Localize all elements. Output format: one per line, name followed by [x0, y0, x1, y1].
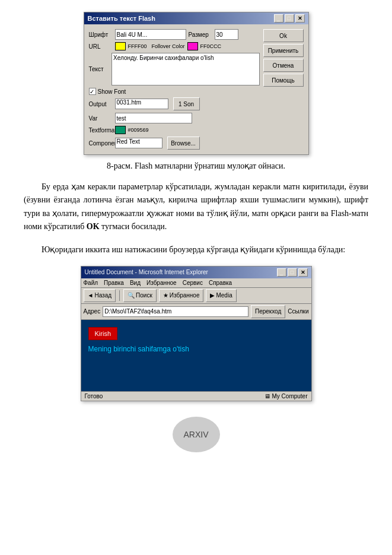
browse-button[interactable]: Browse...: [167, 137, 200, 150]
url-label: URL: [89, 43, 113, 50]
size-select[interactable]: 30: [215, 29, 238, 40]
component-label: Component: [89, 140, 113, 147]
menu-view[interactable]: Вид: [130, 280, 141, 286]
browser-minimize-button[interactable]: _: [277, 268, 286, 277]
text-textarea[interactable]: Хелонду. Биринчи сахифалари о'lish: [111, 53, 259, 85]
flash-dialog-screenshot: Вставить текст Flash _ □ ✕ Шрифт Bali 4U…: [84, 12, 309, 155]
paragraph-1: Бу ерда ҳам керакли параметрлар кўрсатил…: [24, 180, 368, 234]
search-icon: 🔍: [128, 292, 135, 299]
font-row: Шрифт Bali 4U M... Размер 30: [89, 29, 260, 40]
var-select[interactable]: test: [115, 113, 192, 123]
dialog-title: Вставить текст Flash: [88, 15, 155, 22]
output-row: Output 0031.htm 1 Son: [89, 97, 260, 110]
show-font-label: Show Font: [98, 88, 126, 95]
arxiv-logo-text: ARXIV: [183, 430, 208, 439]
browser-title: Untitled Document - Microsoft Internet E…: [85, 269, 208, 275]
var-label: Var: [89, 115, 113, 122]
browser-controls: _ □ ✕: [277, 268, 308, 277]
browser-link[interactable]: Mening birinchi sahifamga o'tish: [88, 345, 304, 353]
browser-maximize-button[interactable]: □: [288, 268, 297, 277]
browser-screenshot: Untitled Document - Microsoft Internet E…: [81, 266, 312, 401]
follower-color-value: FF0CCC: [200, 43, 222, 49]
address-input[interactable]: D:\Mso\ITAF2\faq4sa.htm: [103, 306, 248, 317]
figure-caption: 8-расм. Flash матнларни ўрнатиш мулоқат …: [107, 161, 285, 171]
follower-label: Follover Color: [152, 43, 185, 49]
text-row: Текст Хелонду. Биринчи сахифалари о'lish: [89, 53, 260, 85]
show-font-row: ✓ Show Font: [89, 88, 260, 95]
browser-menubar: Файл Правка Вид Избранное Сервис Справка: [81, 278, 311, 288]
close-button[interactable]: ✕: [295, 14, 305, 23]
arxiv-logo: ARXIV: [173, 417, 220, 452]
dialog-titlebar: Вставить текст Flash _ □ ✕: [84, 12, 308, 24]
component-row: Component Red Text Browse...: [89, 137, 260, 150]
media-icon: ▶: [210, 292, 215, 299]
textformat-color-box[interactable]: [115, 126, 126, 134]
browser-close-button[interactable]: ✕: [298, 268, 308, 277]
menu-file[interactable]: Файл: [84, 280, 98, 286]
arxiv-logo-area: ARXIV: [173, 417, 220, 452]
links-label: Ссылки: [288, 308, 308, 315]
browser-address-bar: Адрес D:\Mso\ITAF2\faq4sa.htm Перекход С…: [81, 304, 311, 320]
address-value: D:\Mso\ITAF2\faq4sa.htm: [104, 308, 171, 315]
paragraph-2: Юқоридаги иккита иш натижасини броузерда…: [24, 243, 368, 256]
page-content: Вставить текст Flash _ □ ✕ Шрифт Bali 4U…: [24, 12, 368, 452]
apply-button[interactable]: Применить: [263, 44, 304, 57]
textformat-row: Textformat #009569: [89, 126, 260, 134]
menu-favorites[interactable]: Избранное: [146, 280, 177, 286]
toolbar-divider: [119, 290, 120, 301]
menu-edit[interactable]: Правка: [104, 280, 124, 286]
flash-btn-label: Kirish: [95, 330, 111, 337]
back-label: Назад: [94, 292, 111, 299]
maximize-button[interactable]: □: [285, 14, 294, 23]
dialog-controls: _ □ ✕: [274, 14, 305, 23]
browser-toolbar: ◄ Назад 🔍 Поиск ★ Избранное ▶ Media: [81, 288, 311, 304]
dialog-sidebar: Ok Применить Отмена Помощь: [263, 29, 304, 150]
follower-color-box[interactable]: [187, 42, 198, 50]
media-button[interactable]: ▶ Media: [206, 289, 236, 302]
status-left: Готово: [85, 393, 103, 399]
go-label: Перекход: [255, 308, 281, 315]
url-row: URL FFFF00 Follover Color FF0CCC: [89, 42, 260, 50]
ok-bold: OK: [87, 222, 100, 231]
browser-titlebar: Untitled Document - Microsoft Internet E…: [81, 267, 311, 278]
menu-tools[interactable]: Сервис: [183, 280, 203, 286]
status-right: 🖥 My Computer: [264, 393, 308, 399]
star-icon: ★: [163, 292, 168, 299]
media-label: Media: [216, 292, 232, 299]
address-label: Адрес: [84, 308, 101, 315]
output-label: Output: [89, 101, 113, 107]
link-text: Mening birinchi sahifamga o'tish: [88, 345, 189, 353]
show-font-checkbox[interactable]: ✓: [89, 88, 96, 95]
font-select[interactable]: Bali 4U M...: [115, 29, 186, 40]
go-button[interactable]: Перекход: [251, 305, 285, 318]
minimize-button[interactable]: _: [274, 14, 283, 23]
browser-statusbar: Готово 🖥 My Computer: [81, 391, 311, 401]
flash-kirish-button[interactable]: Kirish: [88, 327, 118, 340]
computer-icon: 🖥: [264, 393, 270, 399]
menu-help[interactable]: Справка: [209, 280, 232, 286]
help-button[interactable]: Помощь: [263, 74, 304, 87]
favorites-button[interactable]: ★ Избранное: [159, 289, 204, 302]
search-button[interactable]: 🔍 Поиск: [123, 289, 157, 302]
font-label: Шрифт: [89, 31, 113, 38]
cancel-button[interactable]: Отмена: [263, 59, 304, 72]
textformat-color-value: #009569: [128, 127, 149, 133]
ok-button[interactable]: Ok: [263, 29, 304, 42]
dialog-body: Шрифт Bali 4U M... Размер 30 URL FFFF00 …: [84, 24, 308, 154]
var-row: Var test: [89, 113, 260, 123]
size-label: Размер: [189, 31, 212, 38]
url-color-value: FFFF00: [128, 43, 147, 49]
url-color-box[interactable]: [115, 42, 126, 50]
back-icon: ◄: [88, 292, 94, 299]
paragraph-1-text: Бу ерда ҳам керакли параметрлар кўрсатил…: [24, 182, 368, 231]
browser-content: Kirish Mening birinchi sahifamga o'tish: [81, 320, 311, 391]
back-button[interactable]: ◄ Назад: [84, 289, 116, 302]
dialog-main: Шрифт Bali 4U M... Размер 30 URL FFFF00 …: [89, 29, 260, 150]
textformat-label: Textformat: [89, 127, 113, 134]
favorites-label: Избранное: [170, 292, 200, 299]
output-btn[interactable]: 1 Son: [173, 97, 200, 110]
output-input[interactable]: 0031.htm: [115, 99, 168, 109]
component-input[interactable]: Red Text: [115, 138, 162, 148]
search-label: Поиск: [136, 292, 152, 299]
text-label: Текст: [89, 66, 110, 72]
